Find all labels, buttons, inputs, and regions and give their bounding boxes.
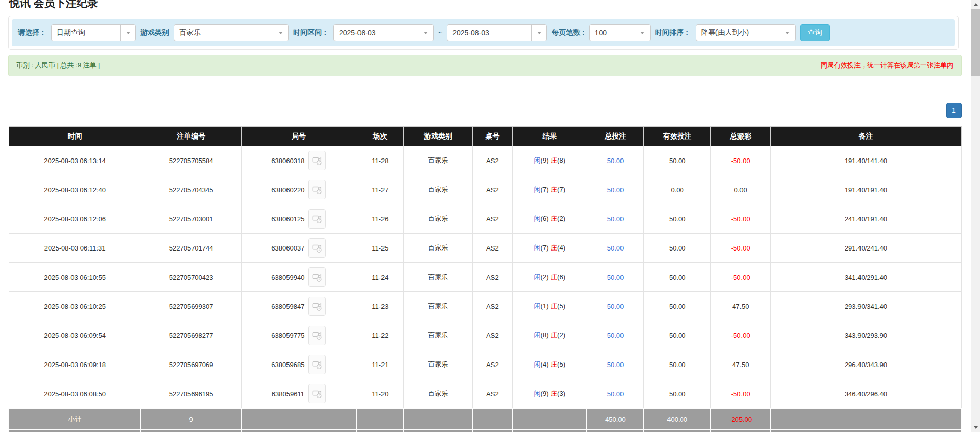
bet-id-cell: 522705700423 xyxy=(141,263,241,292)
scroll-down-button[interactable] xyxy=(971,423,980,432)
column-header: 桌号 xyxy=(472,127,512,146)
game-type-cell: 百家乐 xyxy=(404,204,472,234)
date-from-select[interactable]: 2025-08-03 xyxy=(333,24,434,41)
video-replay-button[interactable] xyxy=(308,297,326,316)
bet-id-cell: 522705704345 xyxy=(141,175,241,204)
table-id-cell: AS2 xyxy=(472,234,512,263)
round-cell: 638060125 xyxy=(241,204,356,234)
banker-result-points: (6) xyxy=(557,273,565,281)
date-range-separator: ~ xyxy=(438,29,442,37)
table-row: 2025-08-03 06:12:06522705703001638060125… xyxy=(9,204,961,234)
player-result-label: 闲 xyxy=(534,360,541,368)
payout-cell: -50.00 xyxy=(710,146,770,175)
table-row: 2025-08-03 06:10:55522705700423638059940… xyxy=(9,263,961,292)
video-replay-button[interactable] xyxy=(308,238,326,258)
bet-id-cell: 522705696195 xyxy=(141,379,241,409)
banker-result-points: (8) xyxy=(557,156,565,164)
game-type-cell: 百家乐 xyxy=(404,379,472,409)
film-camera-icon xyxy=(312,271,323,283)
total-row: 总计9450.00400.00-205.00 xyxy=(9,430,961,432)
result-cell: 闲(9) 庄(8) xyxy=(513,146,587,175)
column-header: 游戏类别 xyxy=(404,127,472,146)
summary-empty-cell xyxy=(241,408,356,430)
time-cell: 2025-08-03 06:10:55 xyxy=(9,263,141,292)
summary-count-cell: 9 xyxy=(141,430,241,432)
game-type-cell: 百家乐 xyxy=(404,350,472,379)
time-cell: 2025-08-03 06:13:14 xyxy=(9,146,141,175)
round-cell: 638059775 xyxy=(241,321,356,350)
summary-empty-cell xyxy=(513,408,587,430)
caret-down-icon xyxy=(120,25,135,41)
scroll-up-button[interactable] xyxy=(971,0,980,9)
table-id-cell: AS2 xyxy=(472,146,512,175)
player-result-label: 闲 xyxy=(534,302,541,310)
player-result-label: 闲 xyxy=(534,186,541,193)
round-number: 638060125 xyxy=(271,215,304,223)
page-size-value: 100 xyxy=(590,29,612,37)
result-cell: 闲(2) 庄(6) xyxy=(513,263,587,292)
time-cell: 2025-08-03 06:09:54 xyxy=(9,321,141,350)
remark-cell: 341.40/291.40 xyxy=(771,263,961,292)
total-bet-cell: 50.00 xyxy=(587,175,644,204)
valid-bet-cell: 0.00 xyxy=(644,175,711,204)
video-replay-button[interactable] xyxy=(308,355,326,374)
caret-down-icon xyxy=(780,25,795,41)
caret-down-icon xyxy=(418,25,433,41)
total-bet-cell: 50.00 xyxy=(587,263,644,292)
date-range-label: 时间区间： xyxy=(293,28,329,37)
session-cell: 11-21 xyxy=(356,350,404,379)
video-replay-button[interactable] xyxy=(308,151,326,170)
banker-result-label: 庄 xyxy=(551,244,557,252)
time-cell: 2025-08-03 06:12:40 xyxy=(9,175,141,204)
time-sort-label: 时间排序： xyxy=(655,28,691,37)
summary-empty-cell xyxy=(404,430,472,432)
remark-cell: 293.90/341.40 xyxy=(771,292,961,321)
time-sort-select[interactable]: 降幂(由大到小) xyxy=(696,24,796,41)
player-result-points: (4) xyxy=(541,360,549,368)
video-replay-button[interactable] xyxy=(308,326,326,345)
round-cell: 638059847 xyxy=(241,292,356,321)
video-replay-button[interactable] xyxy=(308,267,326,287)
scrollbar-thumb[interactable] xyxy=(971,9,980,76)
result-cell: 闲(7) 庄(7) xyxy=(513,175,587,204)
round-number: 638059775 xyxy=(271,332,304,339)
remark-cell: 296.40/343.90 xyxy=(771,350,961,379)
query-type-select[interactable]: 日期查询 xyxy=(51,24,136,41)
banker-result-points: (2) xyxy=(557,331,565,339)
round-cell: 638060318 xyxy=(241,146,356,175)
player-result-label: 闲 xyxy=(534,390,541,397)
session-cell: 11-25 xyxy=(356,234,404,263)
valid-bet-cell: 50.00 xyxy=(644,146,711,175)
round-number: 638059847 xyxy=(271,303,304,310)
page-size-select[interactable]: 100 xyxy=(589,24,651,41)
date-to-select[interactable]: 2025-08-03 xyxy=(447,24,547,41)
round-number: 638059611 xyxy=(272,390,304,398)
player-result-points: (1) xyxy=(541,302,549,310)
page-title: 悦讯 会员下注纪录 xyxy=(9,0,962,10)
total-bet-cell: 50.00 xyxy=(587,234,644,263)
total-bet-cell: 50.00 xyxy=(587,292,644,321)
vertical-scrollbar[interactable] xyxy=(971,0,980,432)
column-header: 总派彩 xyxy=(710,127,770,146)
summary-remark-cell xyxy=(771,408,961,430)
subtotal-row: 小计9450.00400.00-205.00 xyxy=(9,408,961,430)
video-replay-button[interactable] xyxy=(308,209,326,229)
video-replay-button[interactable] xyxy=(308,384,326,403)
video-replay-button[interactable] xyxy=(308,180,326,199)
column-header: 备注 xyxy=(771,127,961,146)
summary-label-cell: 小计 xyxy=(9,408,141,430)
total-bet-cell: 50.00 xyxy=(587,321,644,350)
summary-payout-cell: -205.00 xyxy=(710,408,770,430)
banker-result-label: 庄 xyxy=(551,156,557,164)
query-button[interactable]: 查询 xyxy=(800,24,830,41)
bet-id-cell: 522705699307 xyxy=(141,292,241,321)
arrow-down-icon xyxy=(974,426,978,429)
round-number: 638059940 xyxy=(271,274,304,281)
summary-empty-cell xyxy=(472,408,512,430)
page-1-button[interactable]: 1 xyxy=(946,103,962,118)
summary-payout-cell: -205.00 xyxy=(710,430,770,432)
total-bet-cell: 50.00 xyxy=(587,146,644,175)
film-camera-icon xyxy=(312,155,323,166)
column-header: 有效投注 xyxy=(644,127,711,146)
game-type-select[interactable]: 百家乐 xyxy=(174,24,289,41)
